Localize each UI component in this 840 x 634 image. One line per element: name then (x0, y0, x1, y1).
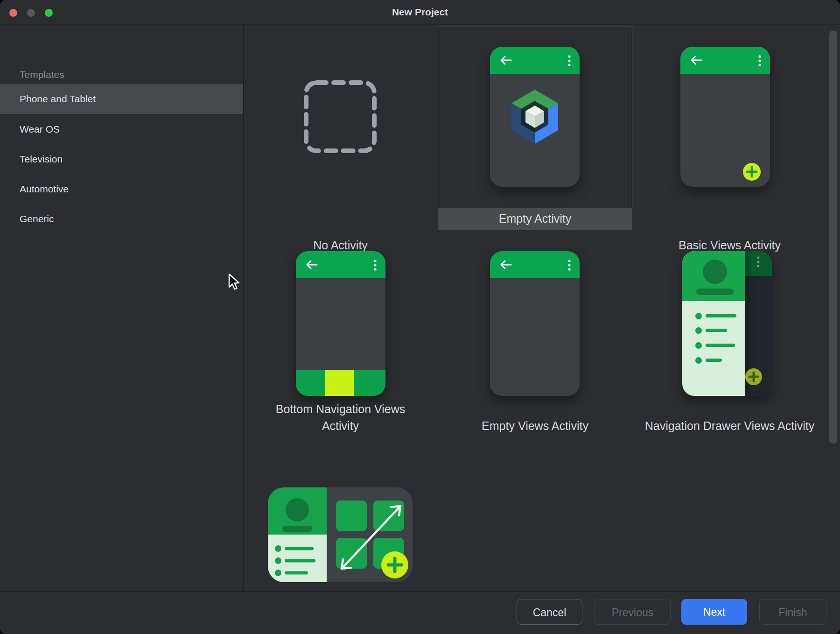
footer-bar: Cancel Previous Next Finish (0, 591, 840, 634)
sidebar-item-generic[interactable]: Generic (20, 204, 54, 234)
template-card-native-cpp[interactable] (632, 439, 827, 591)
drawer-header (682, 251, 745, 301)
template-card-label: Empty Views Activity (438, 417, 632, 434)
drawer-bullet (695, 313, 702, 319)
dashed-placeholder-icon (303, 80, 377, 154)
template-card-label: Empty Activity (438, 208, 632, 230)
new-project-dialog: New Project Templates Phone and Tablet W… (0, 0, 840, 634)
template-card-empty-activity[interactable]: Empty Activity (438, 27, 632, 230)
plus-fab-icon (745, 368, 762, 385)
drawer-line (706, 314, 736, 317)
sidebar-item-automotive[interactable]: Automotive (20, 174, 69, 204)
back-arrow-icon (499, 259, 512, 270)
mouse-cursor (228, 273, 240, 291)
templates-sidebar: Templates Phone and Tablet Wear OS Telev… (0, 24, 244, 591)
drawer-bullet (695, 342, 702, 349)
drawer-line (706, 359, 722, 362)
template-card-label: Navigation Drawer Views Activity (632, 417, 827, 434)
page-title: New Project (0, 0, 840, 24)
sidebar-item-wear-os[interactable]: Wear OS (20, 114, 60, 144)
template-card-basic-views-activity[interactable]: Basic Views Activity (632, 27, 827, 230)
compose-logo-icon (507, 86, 563, 148)
cancel-button[interactable]: Cancel (517, 599, 582, 625)
phone-mockup (490, 251, 580, 396)
back-arrow-icon (690, 55, 703, 66)
back-arrow-icon (499, 55, 512, 66)
template-card-label: Bottom Navigation Views Activity (243, 401, 438, 434)
template-card-navigation-drawer-views-activity[interactable]: Navigation Drawer Views Activity (632, 230, 827, 439)
phone-mockup (682, 251, 772, 396)
template-card-no-activity[interactable]: No Activity (243, 27, 438, 230)
phone-mockup (490, 47, 580, 187)
phone-mockup (680, 47, 770, 187)
drawer-bullet (695, 327, 702, 334)
nav-drawer (682, 251, 745, 396)
kebab-menu-icon (567, 55, 571, 67)
template-card-game-activity[interactable] (438, 439, 632, 591)
template-card-primary-detail-flow[interactable] (243, 439, 438, 591)
next-button[interactable]: Next (681, 599, 747, 625)
template-card-bottom-navigation-views-activity[interactable]: Bottom Navigation Views Activity (243, 230, 438, 439)
previous-button[interactable]: Previous (595, 599, 671, 625)
kebab-menu-icon (756, 256, 760, 268)
sidebar-item-phone-and-tablet[interactable]: Phone and Tablet (20, 84, 96, 114)
plus-fab-icon (743, 163, 761, 181)
sidebar-item-television[interactable]: Television (20, 144, 63, 174)
sidebar-header: Templates (20, 69, 64, 80)
bottom-nav-bar (296, 370, 385, 396)
primary-detail-flow-icon (268, 487, 413, 582)
scrollbar-thumb[interactable] (829, 31, 837, 444)
title-bar: New Project (0, 0, 840, 25)
back-arrow-icon (305, 259, 318, 270)
kebab-menu-icon (567, 259, 571, 271)
kebab-menu-icon (373, 259, 377, 271)
drawer-line (706, 329, 727, 332)
kebab-menu-icon (758, 55, 762, 67)
phone-mockup (296, 251, 385, 396)
avatar (703, 260, 727, 284)
drawer-bullet (695, 357, 702, 364)
avatar-name-bar (696, 289, 734, 295)
finish-button[interactable]: Finish (759, 599, 826, 625)
template-card-empty-views-activity[interactable]: Empty Views Activity (438, 230, 632, 439)
drawer-line (706, 344, 735, 347)
